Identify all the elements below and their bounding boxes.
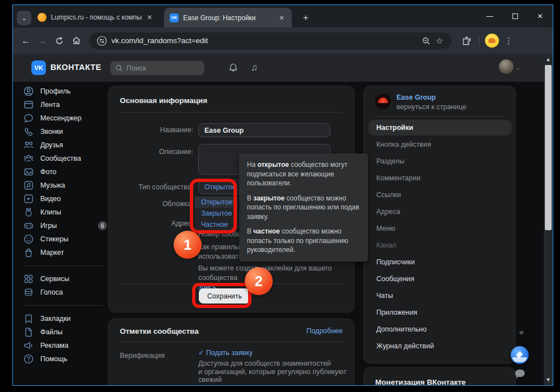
group-avatar[interactable] [375, 94, 391, 109]
sidebar-label: Музыка [40, 181, 65, 189]
music-button[interactable]: ♫ [248, 61, 261, 74]
nav-item[interactable]: Дополнительно [368, 321, 512, 338]
communities-icon [23, 153, 34, 164]
nav-item[interactable]: Чаты [368, 287, 512, 304]
vk-user-avatar[interactable] [499, 59, 514, 74]
verification-description: Доступна для сообществ знаменитостей и о… [198, 360, 349, 385]
browser-widget-icon[interactable] [511, 346, 529, 364]
messenger-icon [23, 113, 34, 124]
sidebar-label: Игры [40, 222, 57, 230]
back-to-page-link[interactable]: вернуться к странице [396, 103, 466, 111]
site-info-icon[interactable] [97, 36, 107, 46]
sidebar-item-clips[interactable]: Клипы [23, 206, 107, 219]
chat-bubble-icon[interactable] [515, 370, 525, 377]
sidebar-item-messenger[interactable]: Мессенджер [23, 111, 107, 125]
nav-item[interactable]: Разделы [368, 153, 512, 170]
page-scrollbar[interactable]: ▲ ▼ [544, 54, 553, 385]
nav-item[interactable]: Адреса [368, 203, 512, 220]
nav-item[interactable]: Ссылки [368, 186, 512, 203]
nav-item[interactable]: Комментарии [368, 170, 512, 186]
monetization-panel: Монетизация ВКонтакте [363, 367, 516, 385]
panel-title: Монетизация ВКонтакте [375, 378, 466, 385]
sidebar-label: Стикеры [40, 235, 68, 243]
new-tab-button[interactable]: + [298, 11, 313, 25]
nav-item[interactable]: Канал [368, 237, 512, 254]
sidebar-item-feed[interactable]: Лента [23, 98, 107, 111]
sidebar-label: Голоса [40, 288, 63, 296]
nav-item-settings-active[interactable]: Настройки [368, 120, 512, 136]
apply-verification-link[interactable]: ✓ Подать заявку [198, 348, 253, 357]
nav-item[interactable]: Подписчики [368, 254, 512, 270]
home-icon [72, 36, 81, 45]
sidebar-item-votes[interactable]: Голоса [23, 286, 107, 299]
tab-title: Ease Group: Настройки [183, 14, 274, 22]
reload-icon [55, 36, 64, 45]
divider [120, 112, 343, 113]
sidebar-item-services[interactable]: Сервисы [23, 272, 107, 286]
sidebar-item-calls[interactable]: Звонки [23, 125, 107, 138]
minimize-button[interactable]: — [477, 8, 502, 25]
tab-close-icon[interactable]: ✕ [145, 13, 154, 22]
sidebar-divider [24, 265, 102, 266]
bookmark-button[interactable]: ☆ [433, 34, 446, 48]
tab-search-button[interactable]: ⌄ [17, 11, 31, 25]
vk-logo-icon[interactable]: VK [31, 60, 46, 75]
nav-item[interactable]: Сообщения [368, 270, 512, 287]
vk-search-input[interactable]: Поиск [110, 61, 204, 75]
tab-lumpics[interactable]: Lumpics.ru - помощь с компью ✕ [32, 8, 160, 27]
name-input[interactable]: Ease Group [198, 123, 330, 137]
name-value: Ease Group [204, 127, 244, 134]
sidebar-item-photos[interactable]: Фото [23, 165, 107, 179]
gamepad-icon [23, 220, 34, 231]
sidebar-item-files[interactable]: Файлы [23, 325, 107, 339]
scrollbar-thumb[interactable] [545, 65, 552, 230]
sidebar-item-help[interactable]: Помощь [23, 352, 107, 366]
sidebar-item-games[interactable]: Игры6 [23, 219, 107, 232]
sidebar-item-friends[interactable]: Друзья [23, 138, 107, 152]
sidebar-item-music[interactable]: Музыка [23, 179, 107, 192]
scroll-down-arrow[interactable]: ▼ [544, 376, 553, 384]
sidebar-item-stickers[interactable]: Стикеры [23, 232, 107, 246]
close-button[interactable]: ✕ [528, 8, 553, 25]
vk-logo-text[interactable]: ВКОНТАКТЕ [50, 63, 101, 72]
browser-menu-button[interactable]: ⋮ [505, 36, 513, 46]
back-button[interactable]: ← [17, 32, 34, 49]
more-link[interactable]: Подробнее [306, 327, 343, 335]
reload-button[interactable] [51, 32, 68, 49]
home-button[interactable] [68, 32, 85, 49]
sidebar-item-ads[interactable]: Реклама [23, 339, 107, 352]
nav-item[interactable]: Меню [368, 220, 512, 237]
sidebar-item-video[interactable]: Видео [23, 192, 107, 206]
community-type-label: Тип сообщества: [138, 183, 193, 191]
chevron-down-icon[interactable]: ⌄ [516, 65, 520, 71]
scroll-up-arrow[interactable]: ▲ [544, 55, 553, 63]
vk-favicon-icon: VK [170, 13, 179, 22]
apply-link-text[interactable]: Подать заявку [206, 349, 253, 357]
sidebar-divider [24, 305, 102, 306]
panel-title: Основная информация [120, 96, 207, 105]
tooltip-paragraph: В частное сообщество можно попасть тольк… [247, 227, 360, 255]
sidebar-item-bookmarks[interactable]: Закладки [23, 312, 107, 325]
forward-button[interactable]: → [34, 32, 51, 49]
maximize-button[interactable] [502, 8, 528, 25]
extensions-button[interactable] [460, 34, 473, 48]
nav-item[interactable]: Кнопка действия [368, 136, 512, 153]
collapse-sidebar-button[interactable]: « [519, 327, 524, 337]
browser-profile-avatar[interactable] [485, 34, 499, 48]
nav-item[interactable]: Журнал действий [368, 338, 512, 354]
notifications-button[interactable] [226, 61, 240, 74]
tab-close-icon[interactable]: ✕ [277, 13, 286, 22]
tab-ease-group-settings[interactable]: VK Ease Group: Настройки ✕ [164, 8, 292, 27]
sidebar-item-market[interactable]: Маркет [23, 246, 107, 259]
sidebar-item-communities[interactable]: Сообщества [23, 152, 107, 165]
nav-item[interactable]: Приложения [368, 304, 512, 321]
services-grid-icon [23, 273, 34, 284]
bell-icon [228, 63, 238, 73]
sidebar-label: Клипы [40, 208, 61, 216]
url-text[interactable]: vk.com/id_randoms?act=edit [111, 36, 419, 45]
zoom-out-button[interactable] [419, 34, 433, 48]
group-name-link[interactable]: Ease Group [396, 94, 436, 101]
sidebar-item-profile[interactable]: Профиль [23, 85, 107, 98]
bookmark-icon [23, 313, 34, 324]
address-bar[interactable]: vk.com/id_randoms?act=edit ☆ [89, 32, 452, 49]
